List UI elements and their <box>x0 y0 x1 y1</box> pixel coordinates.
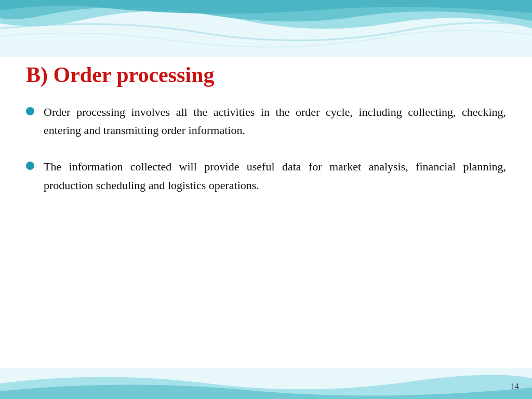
bottom-decoration <box>0 368 532 399</box>
top-decoration <box>0 0 532 57</box>
bullet-list: Order processing involves all the activi… <box>26 103 506 194</box>
slide-content: B) Order processing Order processing inv… <box>26 57 506 368</box>
bullet-item-1: Order processing involves all the activi… <box>26 103 506 139</box>
bullet-dot-2 <box>26 162 34 170</box>
bullet-dot-1 <box>26 107 34 115</box>
slide-title: B) Order processing <box>26 62 506 87</box>
bullet-text-1: Order processing involves all the activi… <box>44 103 506 139</box>
bullet-text-2: The information collected will provide u… <box>44 157 506 194</box>
bullet-item-2: The information collected will provide u… <box>26 157 506 194</box>
page-number: 14 <box>511 382 519 391</box>
slide: B) Order processing Order processing inv… <box>0 0 532 399</box>
